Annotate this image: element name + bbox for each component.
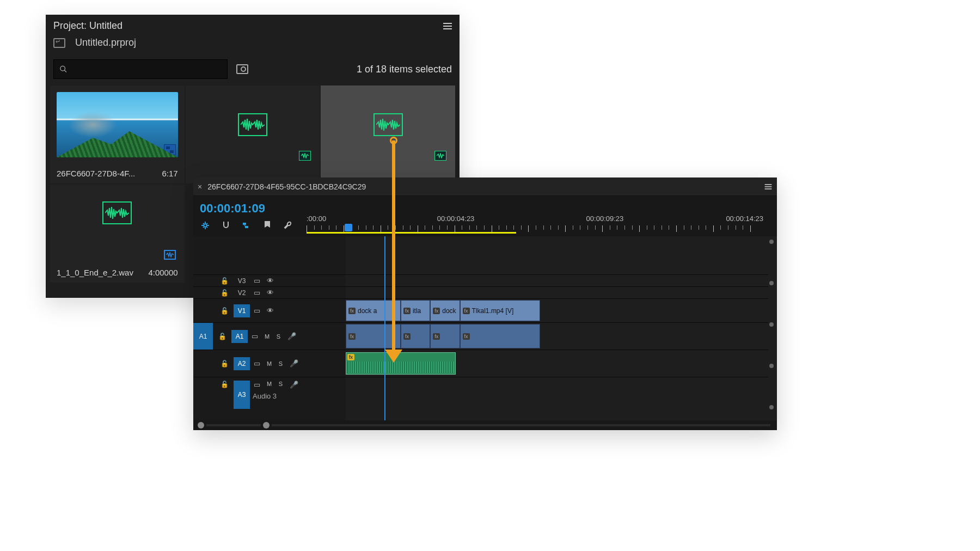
track-scroll-dots — [768, 240, 775, 409]
project-item-selected[interactable] — [321, 85, 455, 183]
timeline-tracks[interactable]: fxdock afxitlafxdockfxTlkal1.mp4 [V] fxf… — [346, 236, 777, 420]
mute-button[interactable]: M — [267, 381, 272, 389]
fx-badge-icon: fx — [433, 308, 440, 314]
project-title: Project: Untitled — [53, 20, 122, 32]
close-icon[interactable]: × — [198, 182, 202, 191]
scroll-handle-right[interactable] — [263, 422, 270, 428]
track-header-a2[interactable]: 🔓 A2 ▭ M S 🎤 — [193, 350, 346, 377]
eye-icon[interactable]: 👁 — [267, 277, 274, 285]
new-bin-icon[interactable] — [236, 64, 248, 74]
toggle-output-icon[interactable]: ▭ — [254, 289, 260, 297]
nest-toggle-icon[interactable] — [200, 220, 211, 231]
video-thumbnail — [57, 92, 178, 157]
audio-badge-icon — [299, 151, 311, 161]
toggle-output-icon[interactable]: ▭ — [254, 381, 260, 389]
toggle-output-icon[interactable]: ▭ — [254, 277, 260, 285]
toggle-output-icon[interactable]: ▭ — [254, 307, 260, 315]
audio-waveform-icon — [238, 113, 267, 136]
item-duration: 4:00000 — [148, 268, 177, 277]
track-label[interactable]: A1 — [231, 330, 248, 343]
audio-clip[interactable]: fx — [430, 324, 460, 348]
eye-icon[interactable]: 👁 — [267, 289, 274, 297]
lock-icon[interactable]: 🔓 — [218, 333, 226, 340]
track-header-a3[interactable]: 🔓 A3 ▭ M S 🎤 Audio 3 — [193, 377, 346, 411]
track-label[interactable]: V2 — [234, 286, 250, 299]
svg-line-1 — [64, 70, 66, 72]
lane-v1: fxdock afxitlafxdockfxTlkal1.mp4 [V] — [346, 298, 768, 322]
wrench-icon[interactable] — [283, 220, 293, 231]
scroll-handle-left[interactable] — [198, 422, 204, 428]
fx-badge-icon: fx — [348, 333, 356, 340]
svg-point-0 — [60, 66, 65, 71]
lane-a3 — [346, 377, 768, 411]
solo-button[interactable]: S — [277, 333, 281, 340]
playhead-icon[interactable] — [345, 224, 352, 231]
project-item[interactable] — [186, 85, 320, 183]
track-header-v2[interactable]: 🔓 V2 ▭ 👁 — [193, 286, 346, 298]
audio-clip[interactable]: fx — [460, 324, 540, 348]
lock-icon[interactable]: 🔓 — [220, 307, 229, 315]
toggle-output-icon[interactable]: ▭ — [254, 359, 260, 368]
video-clip[interactable]: fxitla — [401, 300, 430, 321]
marker-icon[interactable] — [262, 220, 273, 231]
fx-badge-icon: fx — [347, 354, 354, 360]
panel-menu-icon[interactable] — [765, 184, 772, 189]
audio-clip-dragged[interactable]: fx — [346, 352, 456, 375]
mute-button[interactable]: M — [267, 360, 272, 367]
audio-clip[interactable]: fx — [346, 324, 401, 348]
video-clip[interactable]: fxTlkal1.mp4 [V] — [460, 300, 540, 321]
voice-over-icon[interactable]: 🎤 — [287, 332, 296, 340]
lock-icon[interactable]: 🔓 — [220, 277, 229, 285]
sequence-badge-icon — [164, 144, 176, 155]
timeline-ruler[interactable]: :00:00 00:00:04:23 00:00:09:23 00:00:14:… — [307, 200, 773, 233]
solo-button[interactable]: S — [279, 360, 283, 367]
selection-status: 1 of 18 items selected — [357, 64, 452, 75]
voice-over-icon[interactable]: 🎤 — [290, 359, 298, 368]
eye-icon[interactable]: 👁 — [267, 307, 274, 315]
audio-clip[interactable]: fx — [401, 324, 430, 348]
work-area-bar[interactable] — [307, 232, 516, 234]
audio-waveform-icon — [373, 113, 403, 136]
fx-badge-icon: fx — [433, 333, 440, 340]
lock-icon[interactable]: 🔓 — [220, 289, 229, 297]
track-label[interactable]: V3 — [234, 274, 250, 287]
track-label[interactable]: V1 — [234, 304, 250, 317]
snap-magnet-icon[interactable] — [220, 220, 231, 231]
project-item[interactable]: 1_1_0_End_e_2.wav 4:00000 — [50, 185, 185, 283]
track-header-v3[interactable]: 🔓 V3 ▭ 👁 — [193, 274, 346, 286]
solo-button[interactable]: S — [279, 381, 283, 389]
lock-icon[interactable]: 🔓 — [220, 381, 229, 388]
folder-up-icon[interactable] — [53, 38, 65, 48]
fx-badge-icon: fx — [463, 333, 470, 340]
playhead-line — [384, 236, 385, 420]
video-clip[interactable]: fxdock — [430, 300, 460, 321]
track-header-v1[interactable]: 🔓 V1 ▭ 👁 — [193, 298, 346, 322]
timeline-zoom-scrollbar[interactable] — [193, 420, 777, 430]
sequence-tab-name[interactable]: 26FC6607-27D8-4F65-95CC-1BDCB24C9C29 — [207, 182, 366, 191]
timecode[interactable]: 00:00:01:09 — [198, 200, 307, 217]
svg-rect-4 — [243, 223, 246, 225]
project-item[interactable]: 26FC6607-27D8-4F... 6:17 — [50, 85, 185, 183]
item-duration: 6:17 — [162, 169, 177, 178]
voice-over-icon[interactable]: 🎤 — [290, 381, 298, 389]
lock-icon[interactable]: 🔓 — [220, 360, 229, 368]
track-label[interactable]: A3 — [234, 381, 250, 409]
item-name: 26FC6607-27D8-4F... — [57, 169, 135, 178]
video-clip[interactable]: fxdock a — [346, 300, 401, 321]
mute-button[interactable]: M — [265, 333, 270, 340]
panel-menu-icon[interactable] — [443, 23, 452, 29]
project-filename: Untitled.prproj — [75, 37, 136, 48]
track-headers: 🔓 V3 ▭ 👁 🔓 V2 ▭ 👁 🔓 V1 ▭ 👁 — [193, 236, 346, 420]
track-label[interactable]: A2 — [234, 357, 250, 370]
fx-badge-icon: fx — [463, 308, 470, 314]
track-header-a1[interactable]: A1 🔓 A1 ▭ M S 🎤 — [193, 322, 346, 350]
linked-selection-icon[interactable] — [241, 220, 252, 231]
audio-badge-icon — [434, 151, 446, 161]
search-input[interactable] — [53, 59, 228, 79]
toggle-output-icon[interactable]: ▭ — [252, 332, 258, 340]
fx-badge-icon: fx — [403, 308, 411, 314]
source-patch[interactable]: A1 — [193, 323, 213, 350]
svg-rect-5 — [245, 226, 248, 228]
audio-badge-icon — [164, 250, 176, 260]
lane-a1: fxfxfxfx — [346, 322, 768, 350]
